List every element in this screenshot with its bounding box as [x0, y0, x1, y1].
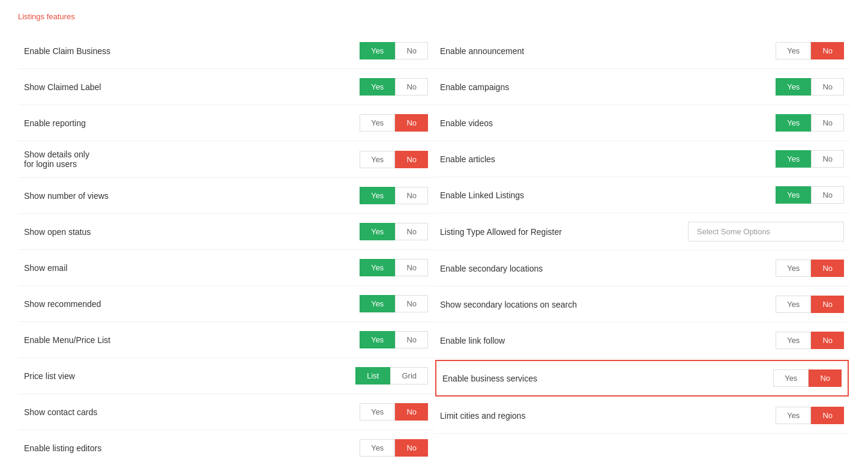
left-column: Enable Claim BusinessYesNoShow Claimed L…	[18, 33, 434, 462]
toggle-group: YesNo	[360, 259, 428, 276]
no-button[interactable]: Grid	[390, 367, 428, 384]
no-button[interactable]: No	[811, 332, 844, 349]
yes-button[interactable]: Yes	[360, 259, 395, 276]
toggle-group: YesNo	[360, 295, 428, 312]
no-button[interactable]: No	[395, 295, 428, 312]
setting-row: Enable listing editorsYesNo	[18, 430, 434, 462]
toggle-group: YesNo	[360, 403, 428, 421]
select-options[interactable]: Select Some Options	[688, 222, 844, 242]
right-column: Enable announcementYesNoEnable campaigns…	[434, 33, 850, 462]
no-button[interactable]: No	[395, 403, 428, 421]
setting-row: Enable Linked ListingsYesNo	[434, 177, 850, 213]
setting-row: Listing Type Allowed for RegisterSelect …	[434, 213, 850, 251]
setting-label: Price list view	[24, 371, 355, 381]
toggle-group: YesNo	[360, 223, 428, 240]
toggle-group: YesNo	[776, 114, 844, 132]
no-button[interactable]: No	[395, 331, 428, 348]
no-button[interactable]: No	[395, 223, 428, 240]
setting-label: Show details only for login users	[24, 150, 360, 169]
setting-row: Enable campaignsYesNo	[434, 69, 850, 105]
yes-button[interactable]: Yes	[776, 42, 811, 59]
yes-button[interactable]: Yes	[360, 114, 395, 132]
yes-button[interactable]: Yes	[360, 295, 395, 312]
yes-button[interactable]: Yes	[776, 186, 811, 204]
page-title: Listings features	[18, 12, 850, 21]
yes-button[interactable]: Yes	[776, 296, 811, 313]
toggle-group: YesNo	[360, 439, 428, 457]
no-button[interactable]: No	[395, 114, 428, 132]
setting-row: Enable link followYesNo	[434, 323, 850, 359]
yes-button[interactable]: Yes	[776, 332, 811, 349]
setting-label: Enable Linked Listings	[440, 190, 776, 200]
toggle-group: YesNo	[360, 114, 428, 132]
toggle-group: YesNo	[776, 150, 844, 168]
toggle-group: YesNo	[360, 78, 428, 96]
no-button[interactable]: No	[395, 42, 428, 59]
setting-row: Enable Menu/Price ListYesNo	[18, 322, 434, 358]
no-button[interactable]: No	[809, 369, 842, 387]
setting-label: Enable announcement	[440, 46, 776, 56]
no-button[interactable]: No	[811, 78, 844, 96]
yes-button[interactable]: Yes	[776, 114, 811, 132]
toggle-group: YesNo	[776, 296, 844, 313]
yes-button[interactable]: Yes	[776, 78, 811, 96]
toggle-group: ListGrid	[355, 367, 428, 384]
setting-label: Enable business services	[442, 374, 773, 383]
toggle-group: YesNo	[776, 407, 844, 424]
setting-label: Show email	[24, 263, 360, 273]
yes-button[interactable]: Yes	[360, 331, 395, 348]
setting-row: Enable reportingYesNo	[18, 105, 434, 141]
setting-label: Enable link follow	[440, 336, 776, 345]
yes-button[interactable]: Yes	[360, 78, 395, 96]
setting-label: Enable listing editors	[24, 443, 360, 453]
yes-button[interactable]: Yes	[776, 150, 811, 168]
no-button[interactable]: No	[395, 78, 428, 96]
setting-label: Show open status	[24, 227, 360, 237]
setting-label: Enable reporting	[24, 118, 360, 128]
setting-label: Enable Claim Business	[24, 46, 360, 56]
no-button[interactable]: No	[811, 260, 844, 277]
setting-label: Show secondary locations on search	[440, 300, 776, 309]
yes-button[interactable]: Yes	[360, 223, 395, 240]
yes-button[interactable]: Yes	[776, 260, 811, 277]
toggle-group: YesNo	[776, 332, 844, 349]
yes-button[interactable]: List	[355, 367, 390, 384]
setting-label: Show Claimed Label	[24, 82, 360, 92]
setting-label: Enable articles	[440, 154, 776, 164]
setting-row: Enable articlesYesNo	[434, 141, 850, 177]
yes-button[interactable]: Yes	[360, 403, 395, 421]
setting-row: Show open statusYesNo	[18, 214, 434, 250]
setting-row: Show secondary locations on searchYesNo	[434, 287, 850, 323]
no-button[interactable]: No	[395, 259, 428, 276]
toggle-group: YesNo	[360, 151, 428, 168]
setting-label: Enable secondary locations	[440, 264, 776, 273]
toggle-group: YesNo	[360, 331, 428, 348]
yes-button[interactable]: Yes	[360, 42, 395, 59]
setting-row: Limit cities and regionsYesNo	[434, 398, 850, 434]
setting-label: Enable Menu/Price List	[24, 335, 360, 345]
setting-row: Enable secondary locationsYesNo	[434, 251, 850, 287]
no-button[interactable]: No	[811, 150, 844, 168]
setting-row: Show contact cardsYesNo	[18, 394, 434, 430]
yes-button[interactable]: Yes	[773, 369, 809, 387]
setting-row: Enable Claim BusinessYesNo	[18, 33, 434, 69]
no-button[interactable]: No	[395, 151, 428, 168]
no-button[interactable]: No	[811, 186, 844, 204]
no-button[interactable]: No	[395, 187, 428, 204]
yes-button[interactable]: Yes	[360, 187, 395, 204]
setting-label: Enable videos	[440, 118, 776, 128]
setting-label: Show number of views	[24, 191, 360, 201]
no-button[interactable]: No	[395, 439, 428, 457]
yes-button[interactable]: Yes	[360, 439, 395, 457]
setting-label: Limit cities and regions	[440, 411, 776, 421]
yes-button[interactable]: Yes	[776, 407, 811, 424]
no-button[interactable]: No	[811, 114, 844, 132]
setting-row: Enable announcementYesNo	[434, 33, 850, 69]
no-button[interactable]: No	[811, 407, 844, 424]
setting-row: Enable videosYesNo	[434, 105, 850, 141]
no-button[interactable]: No	[811, 42, 844, 59]
yes-button[interactable]: Yes	[360, 151, 395, 168]
no-button[interactable]: No	[811, 296, 844, 313]
toggle-group: YesNo	[776, 186, 844, 204]
setting-row: Show number of viewsYesNo	[18, 178, 434, 214]
